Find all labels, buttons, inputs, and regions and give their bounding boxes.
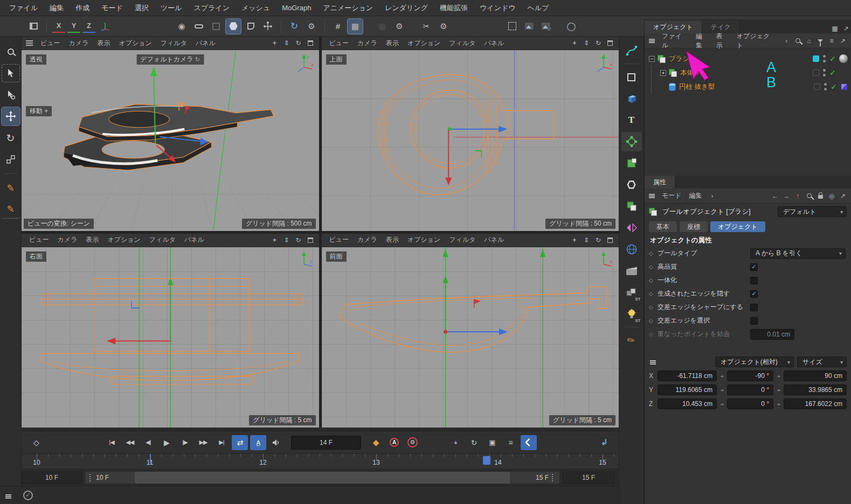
position-y-field[interactable]: 119.6065 cm — [658, 384, 717, 395]
cube-primitive-icon[interactable] — [621, 89, 642, 108]
light-icon[interactable]: ST — [621, 304, 642, 324]
globe-environment-icon[interactable] — [621, 240, 642, 259]
array-generator-icon[interactable] — [621, 132, 642, 151]
record-keyframe-button[interactable]: ◆ — [368, 435, 384, 450]
key-diamond-icon[interactable]: ◇ — [649, 318, 658, 324]
viewport-menu-item[interactable]: カメラ — [53, 235, 82, 244]
render-settings-icon[interactable]: ⚙ — [539, 19, 554, 34]
detach-icon[interactable]: ↗ — [838, 191, 848, 201]
subdivision-generator-icon[interactable] — [621, 153, 642, 173]
menu-overflow-chevron[interactable]: › — [708, 191, 717, 201]
collapse-icon[interactable] — [649, 56, 655, 62]
next-key-button[interactable]: ▶▶ — [195, 435, 211, 450]
maximize-view-icon[interactable] — [605, 38, 615, 48]
object-row-cylinder[interactable]: 円柱 抜き型 ✓ — [649, 80, 848, 94]
target-icon[interactable]: ◎ — [827, 191, 836, 201]
axis-lock-z-button[interactable]: Z — [82, 20, 95, 33]
rotation-z-field[interactable]: 0 ° — [727, 398, 773, 409]
timeline-fold-button[interactable]: ↲ — [596, 435, 612, 450]
home-icon[interactable]: ⌂ — [804, 36, 814, 46]
detach-icon[interactable]: ↗ — [838, 36, 848, 46]
key-diamond-icon[interactable]: ◇ — [649, 250, 658, 256]
sharpen-edges-checkbox[interactable] — [750, 304, 758, 311]
keying-filter-button[interactable] — [521, 435, 537, 450]
menubar-item[interactable]: モード — [95, 0, 129, 16]
spinner-icon[interactable]: ◂▸ — [775, 402, 782, 407]
viewport-menu-item[interactable]: 表示 — [382, 235, 403, 244]
viewport-menu-item[interactable]: ビュー — [325, 39, 354, 48]
menu-burger-icon[interactable] — [26, 40, 33, 41]
tool-settings-gear-icon[interactable]: ⚙ — [304, 19, 319, 34]
visibility-dots[interactable] — [822, 54, 826, 63]
status-check-icon[interactable]: ✓ — [23, 491, 33, 500]
spline-pen-icon[interactable] — [621, 41, 642, 60]
zoom-tool-button[interactable] — [2, 43, 20, 61]
maximize-view-icon[interactable] — [305, 38, 316, 48]
symmetry-generator-icon[interactable] — [621, 218, 642, 237]
stage-clapper-icon[interactable] — [621, 261, 642, 281]
viewport-menu-item[interactable]: 表示 — [93, 39, 114, 48]
viewport-menu-item[interactable]: パネル — [191, 39, 220, 48]
search-icon[interactable] — [793, 36, 802, 46]
panel-detach-icon[interactable]: ↗ — [841, 24, 851, 33]
spinner-icon[interactable]: ◂▸ — [718, 402, 725, 407]
camera-cycle-icon[interactable]: ↻ — [195, 56, 200, 62]
axis-lock-x-button[interactable]: X — [52, 20, 65, 33]
menu-burger-icon[interactable] — [649, 39, 655, 40]
bool-type-dropdown[interactable]: A から B を引く ▾ — [750, 248, 846, 259]
tab-basic[interactable]: 基本 — [649, 221, 677, 232]
panel-grid-icon[interactable]: ▦ — [830, 24, 840, 33]
orbit-icon[interactable]: ↻ — [593, 38, 604, 48]
search-icon[interactable] — [804, 191, 814, 201]
current-frame-marker[interactable] — [483, 456, 490, 465]
sphere-primitive-icon[interactable]: ◉ — [174, 19, 189, 34]
layout-icon[interactable] — [26, 19, 41, 34]
pan-hand-icon[interactable]: + — [569, 38, 580, 48]
key-diamond-icon[interactable]: ◇ — [649, 264, 658, 270]
tab-coordinates[interactable]: 座標 — [680, 221, 708, 232]
previous-frame-button[interactable]: ◀| — [140, 435, 156, 450]
modifier-cube-icon[interactable] — [243, 19, 258, 34]
dolly-icon[interactable]: ⇕ — [581, 38, 592, 48]
select-intersections-checkbox[interactable] — [750, 317, 758, 325]
orbit-icon[interactable]: ↻ — [293, 38, 304, 48]
pan-hand-icon[interactable]: + — [269, 235, 280, 245]
spinner-icon[interactable]: ◂▸ — [775, 388, 782, 393]
sculpt-pen-button[interactable]: ✎ — [2, 200, 20, 219]
front-canvas[interactable]: 前面 グリッド間隔 : 5 cm X — [322, 247, 619, 428]
viewport-menu-item[interactable]: パネル — [480, 39, 508, 48]
menubar-item[interactable]: 作成 — [70, 0, 95, 16]
viewport-menu-item[interactable]: 表示 — [382, 39, 403, 48]
move-tool-button[interactable] — [2, 107, 20, 125]
position-z-field[interactable]: 10.453 cm — [658, 398, 717, 409]
enabled-check-icon[interactable]: ✓ — [828, 54, 837, 63]
target-rings-icon[interactable]: ◎ — [375, 19, 390, 34]
current-frame-field[interactable]: 14 F — [291, 436, 361, 450]
position-x-field[interactable]: -61.7118 cm — [658, 370, 717, 381]
goto-start-button[interactable]: |◀ — [103, 435, 120, 450]
rotation-x-field[interactable]: -90 ° — [727, 370, 773, 381]
interactive-render-icon[interactable]: ◯ — [564, 19, 579, 34]
phong-tag-icon[interactable] — [841, 83, 848, 90]
range-scrollbar[interactable]: 10 F 15 F — [85, 472, 559, 484]
viewport-menu-item[interactable]: オプション — [103, 235, 144, 244]
spinner-icon[interactable]: ◂▸ — [718, 374, 725, 379]
object-manager-menu-item[interactable]: ファイル — [658, 32, 692, 50]
attribute-menu-item[interactable]: モード — [658, 191, 686, 200]
viewport-menu-item[interactable]: オプション — [403, 39, 445, 48]
snap-grid-active-icon[interactable]: ▦ — [348, 19, 363, 34]
menu-overflow-chevron[interactable]: › — [781, 36, 791, 46]
menubar-item[interactable]: レンダリング — [379, 0, 434, 16]
menubar-item[interactable]: メッシュ — [236, 0, 276, 16]
scissors-settings-gear-icon[interactable]: ⚙ — [436, 19, 451, 34]
render-view-icon[interactable] — [522, 19, 537, 34]
record-rotation-toggle[interactable]: ↻ — [466, 435, 482, 450]
workplane-gear-icon[interactable]: ⚙ — [392, 19, 407, 34]
rotate-tool-button[interactable]: ↻ — [2, 129, 20, 147]
brush-tool-button[interactable]: ✎ — [2, 179, 20, 197]
axis-lock-y-button[interactable]: Y — [67, 20, 80, 33]
snap-grid-icon[interactable]: # — [330, 19, 345, 34]
material-thumbnail[interactable] — [839, 54, 848, 63]
scissors-icon[interactable]: ✂ — [419, 19, 434, 34]
key-diamond-icon[interactable]: ◇ — [649, 304, 658, 310]
